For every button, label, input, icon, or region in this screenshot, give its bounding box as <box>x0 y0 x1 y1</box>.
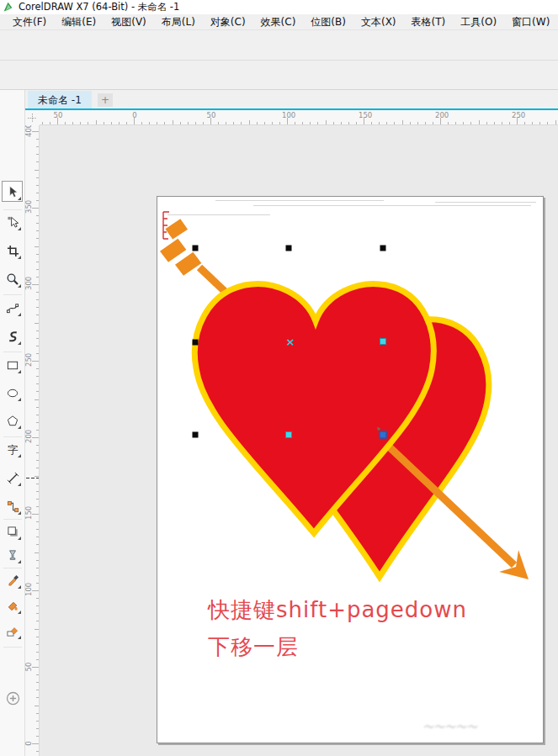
smart-fill-icon <box>6 625 19 637</box>
ruler-tick <box>36 223 39 224</box>
rectangle-tool[interactable] <box>3 356 22 374</box>
ruler-tick <box>326 120 327 124</box>
ruler-tick <box>402 120 403 124</box>
shape-tool[interactable] <box>3 213 22 231</box>
document-tab-active[interactable]: 未命名 -1 <box>28 91 92 109</box>
ruler-tick <box>36 736 39 737</box>
ruler-tick <box>509 122 510 124</box>
vertical-ruler[interactable]: 400350300250200150100500 <box>25 125 40 756</box>
interactive-fill-tool[interactable] <box>3 596 22 615</box>
ruler-tick <box>356 122 357 124</box>
horizontal-ruler[interactable]: 50050100150200250 <box>40 110 558 125</box>
smart-fill-tool[interactable] <box>3 621 22 640</box>
drawing-canvas[interactable]: 快捷键shift+pagedown 下移一层 〜〜〜〜〜 <box>40 125 558 756</box>
ruler-tick <box>36 353 39 354</box>
color-eyedropper-tool[interactable] <box>3 571 22 589</box>
menu-file[interactable]: 文件(F) <box>5 14 54 30</box>
menu-table[interactable]: 表格(T) <box>404 14 454 30</box>
transparency-tool[interactable] <box>3 546 22 564</box>
menu-edit[interactable]: 编辑(E) <box>54 14 104 30</box>
ruler-tick <box>36 254 39 255</box>
menu-view[interactable]: 视图(V) <box>104 14 154 30</box>
annotation-line1: 快捷键shift+pagedown <box>208 595 467 625</box>
ruler-tick <box>36 751 39 752</box>
ruler-tick <box>36 307 39 308</box>
hearts-artwork[interactable] <box>157 197 545 744</box>
ruler-tick <box>141 122 142 124</box>
ruler-tick <box>36 185 39 186</box>
watermark-smudge: 〜〜〜〜〜 <box>422 720 477 735</box>
crop-tool[interactable] <box>3 241 22 260</box>
ruler-tick <box>173 120 173 124</box>
toolbox: 字 <box>0 90 25 756</box>
ruler-tick <box>36 391 39 392</box>
ruler-label: 100 <box>25 584 33 596</box>
parallel-dimension-tool[interactable] <box>3 468 22 487</box>
pick-tool[interactable] <box>2 181 23 202</box>
freehand-tool-icon <box>6 302 19 315</box>
zoom-tool[interactable] <box>3 270 22 288</box>
menu-bitmaps[interactable]: 位图(B) <box>303 14 353 30</box>
fill-bucket-icon <box>6 600 19 612</box>
ruler-tick <box>218 122 219 124</box>
artistic-media-tool[interactable] <box>3 327 22 346</box>
ruler-tick <box>555 120 556 124</box>
menu-effects[interactable]: 效果(C) <box>253 14 304 30</box>
menu-window[interactable]: 窗口(W) <box>504 14 557 30</box>
ruler-tick <box>36 499 39 500</box>
drop-shadow-tool[interactable] <box>3 522 22 541</box>
ruler-tick <box>157 122 157 124</box>
ruler-label: 0 <box>25 737 33 749</box>
ruler-tick <box>36 338 39 339</box>
guideline-dash <box>36 478 39 478</box>
add-page-tab-button[interactable]: + <box>98 93 113 107</box>
arrow-fletching <box>158 218 204 277</box>
menu-text[interactable]: 文本(X) <box>353 14 404 30</box>
document-page[interactable]: 快捷键shift+pagedown 下移一层 〜〜〜〜〜 <box>157 196 544 743</box>
menu-tools[interactable]: 工具(O) <box>453 14 504 30</box>
toolbox-separator <box>3 294 22 295</box>
ruler-tick <box>32 514 39 515</box>
ruler-tick <box>36 605 39 606</box>
svg-text:字: 字 <box>8 443 19 456</box>
coreldraw-logo-icon <box>3 2 13 13</box>
add-tool-button[interactable] <box>3 689 22 707</box>
ruler-tick <box>42 122 43 124</box>
freehand-tool[interactable] <box>3 299 22 317</box>
ruler-tick <box>448 122 449 124</box>
menu-bar: 文件(F) 编辑(E) 视图(V) 布局(L) 对象(C) 效果(C) 位图(B… <box>0 14 558 29</box>
zoom-tool-icon <box>6 272 19 286</box>
ruler-tick <box>35 399 39 400</box>
ruler-tick <box>36 537 39 537</box>
toolbox-separator <box>3 568 22 568</box>
ruler-tick <box>36 146 39 147</box>
dimension-tool-icon <box>7 472 19 484</box>
annotation-line2: 下移一层 <box>208 632 299 662</box>
menu-layout[interactable]: 布局(L) <box>154 14 203 30</box>
ruler-label: 200 <box>435 111 447 119</box>
ruler-tick <box>36 193 39 193</box>
ruler-tick <box>226 122 226 124</box>
ruler-tick <box>425 122 426 124</box>
menu-object[interactable]: 对象(C) <box>203 14 253 30</box>
ellipse-tool[interactable] <box>3 383 22 402</box>
text-tool[interactable]: 字 <box>3 440 22 458</box>
ruler-tick <box>36 713 39 714</box>
ruler-tick <box>36 422 39 423</box>
ruler-origin-button[interactable] <box>25 110 40 125</box>
ruler-tick <box>36 560 39 561</box>
ruler-tick <box>36 484 39 484</box>
plus-circle-icon <box>6 691 20 706</box>
ruler-label: 250 <box>25 355 33 367</box>
polygon-tool[interactable] <box>3 411 22 430</box>
ruler-tick <box>36 215 39 216</box>
ruler-tick <box>547 122 548 124</box>
ruler-tick <box>463 122 464 124</box>
ruler-tick <box>36 637 39 637</box>
toolbox-separator <box>3 436 22 437</box>
toolbox-separator <box>3 647 22 648</box>
ruler-tick <box>32 743 39 744</box>
connector-tool[interactable] <box>3 497 22 515</box>
ruler-tick <box>149 122 150 124</box>
ruler-tick <box>203 122 204 124</box>
